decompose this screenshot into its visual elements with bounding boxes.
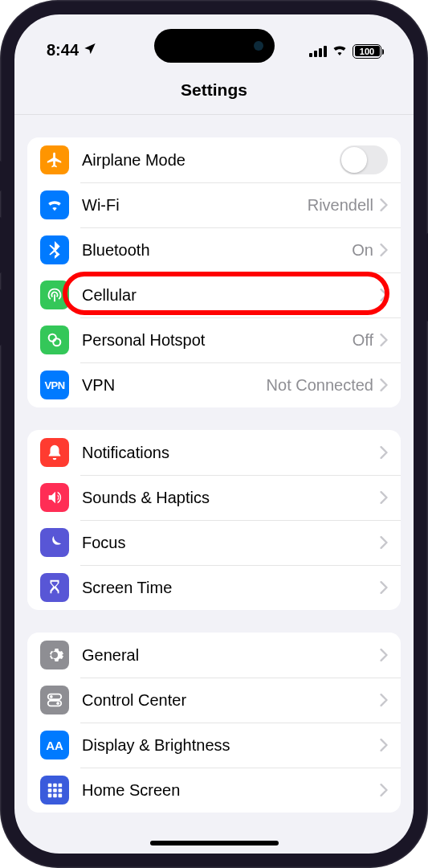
svg-rect-8 xyxy=(59,784,63,788)
row-focus[interactable]: Focus xyxy=(27,520,401,565)
settings-content[interactable]: Airplane Mode Wi-Fi Rivendell Bluetooth xyxy=(14,137,414,813)
text-size-icon: AA xyxy=(40,731,69,760)
dynamic-island xyxy=(154,29,275,63)
page-title: Settings xyxy=(14,61,414,115)
row-label: Notifications xyxy=(82,444,380,462)
moon-icon xyxy=(40,528,69,557)
chevron-right-icon xyxy=(380,784,388,796)
row-wifi[interactable]: Wi-Fi Rivendell xyxy=(27,182,401,227)
row-hotspot[interactable]: Personal Hotspot Off xyxy=(27,317,401,362)
row-label: Sounds & Haptics xyxy=(82,489,380,507)
row-label: VPN xyxy=(82,376,267,395)
row-label: Airplane Mode xyxy=(82,151,340,170)
row-value: Rivendell xyxy=(308,196,373,215)
svg-rect-14 xyxy=(59,794,63,798)
svg-rect-12 xyxy=(48,794,52,798)
svg-point-3 xyxy=(50,695,53,698)
chevron-right-icon xyxy=(380,649,388,661)
chevron-right-icon xyxy=(380,694,388,706)
chevron-right-icon xyxy=(380,446,388,459)
gear-icon xyxy=(40,641,69,669)
row-airplane[interactable]: Airplane Mode xyxy=(27,137,401,182)
grid-icon xyxy=(40,776,69,805)
chevron-right-icon xyxy=(380,379,388,391)
settings-group-connectivity: Airplane Mode Wi-Fi Rivendell Bluetooth xyxy=(27,137,401,407)
chevron-right-icon xyxy=(380,199,388,211)
row-bluetooth[interactable]: Bluetooth On xyxy=(27,227,401,272)
svg-point-5 xyxy=(56,702,59,705)
hotspot-icon xyxy=(40,326,69,354)
screen: 8:44 100 Settings xyxy=(14,14,414,854)
chevron-right-icon xyxy=(380,536,388,549)
row-label: Focus xyxy=(82,534,380,552)
svg-rect-13 xyxy=(53,794,57,798)
settings-group-system: General Control Center AA Display & Brig… xyxy=(27,633,401,813)
bluetooth-icon xyxy=(40,235,69,264)
row-label: Wi-Fi xyxy=(82,196,308,215)
front-camera xyxy=(254,41,263,51)
svg-rect-10 xyxy=(53,788,57,792)
chevron-right-icon xyxy=(380,739,388,751)
switches-icon xyxy=(40,686,69,714)
row-general[interactable]: General xyxy=(27,633,401,678)
status-time: 8:44 xyxy=(47,41,79,59)
row-screentime[interactable]: Screen Time xyxy=(27,565,401,610)
row-notifications[interactable]: Notifications xyxy=(27,430,401,475)
row-label: General xyxy=(82,646,380,665)
battery-level: 100 xyxy=(355,46,380,56)
location-icon xyxy=(84,42,96,59)
chevron-right-icon xyxy=(380,244,388,256)
svg-rect-11 xyxy=(59,788,63,792)
svg-rect-6 xyxy=(48,784,52,788)
wifi-status-icon xyxy=(332,43,348,59)
chevron-right-icon xyxy=(380,491,388,504)
row-label: Screen Time xyxy=(82,579,380,597)
row-label: Personal Hotspot xyxy=(82,331,353,350)
row-label: Control Center xyxy=(82,691,380,710)
row-label: Cellular xyxy=(82,286,380,305)
settings-group-alerts: Notifications Sounds & Haptics Focus xyxy=(27,430,401,610)
row-label: Bluetooth xyxy=(82,241,352,260)
device-frame: 8:44 100 Settings xyxy=(0,0,428,868)
chevron-right-icon xyxy=(380,581,388,594)
airplane-icon xyxy=(40,145,69,174)
speaker-icon xyxy=(40,483,69,512)
row-homescreen[interactable]: Home Screen xyxy=(27,768,401,813)
row-label: Display & Brightness xyxy=(82,736,380,755)
vpn-icon: VPN xyxy=(40,371,69,399)
row-vpn[interactable]: VPN VPN Not Connected xyxy=(27,362,401,407)
svg-rect-7 xyxy=(53,784,57,788)
airplane-toggle[interactable] xyxy=(340,145,388,174)
volume-down-button xyxy=(0,289,2,346)
svg-point-0 xyxy=(49,334,56,342)
hourglass-icon xyxy=(40,573,69,602)
row-sounds[interactable]: Sounds & Haptics xyxy=(27,475,401,520)
row-value: Not Connected xyxy=(267,376,373,395)
mute-switch xyxy=(0,161,2,191)
row-controlcenter[interactable]: Control Center xyxy=(27,678,401,723)
cellular-icon xyxy=(40,280,69,309)
svg-point-1 xyxy=(53,338,60,346)
row-label: Home Screen xyxy=(82,781,380,800)
chevron-right-icon xyxy=(380,334,388,346)
home-indicator[interactable] xyxy=(150,841,279,845)
chevron-right-icon xyxy=(380,289,388,301)
svg-rect-9 xyxy=(48,788,52,792)
row-value: On xyxy=(352,241,373,260)
cellular-signal-icon xyxy=(309,46,327,57)
wifi-icon xyxy=(40,190,69,219)
volume-up-button xyxy=(0,217,2,273)
bell-icon xyxy=(40,438,69,467)
row-cellular[interactable]: Cellular xyxy=(27,272,401,317)
battery-icon: 100 xyxy=(353,44,381,59)
row-display[interactable]: AA Display & Brightness xyxy=(27,723,401,768)
row-value: Off xyxy=(353,331,373,350)
